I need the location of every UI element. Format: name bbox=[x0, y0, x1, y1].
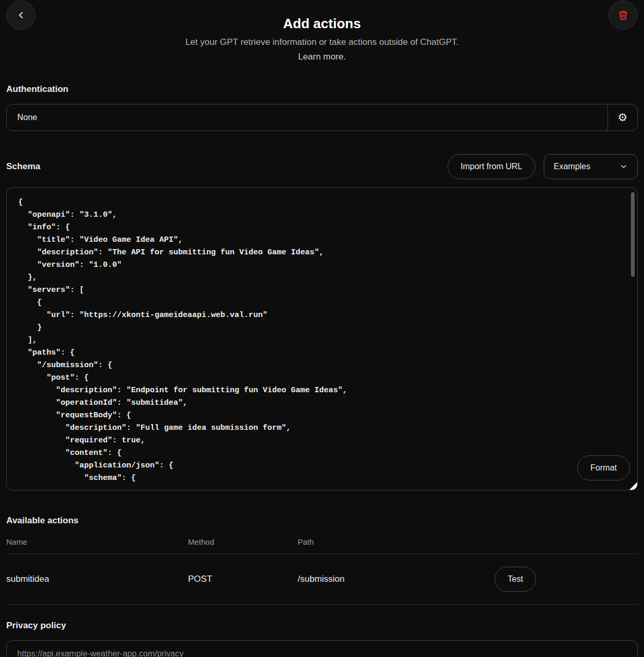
trash-icon bbox=[618, 10, 628, 20]
schema-toolbar: Schema Import from URL Examples bbox=[6, 154, 638, 179]
authentication-label: Authentication bbox=[6, 84, 638, 95]
authentication-section: Authentication None ⚙ bbox=[6, 84, 638, 131]
delete-action-button[interactable] bbox=[608, 1, 638, 30]
privacy-policy-label: Privacy policy bbox=[6, 620, 638, 631]
schema-code-input[interactable]: { "openapi": "3.1.0", "info": { "title":… bbox=[17, 195, 627, 483]
schema-label: Schema bbox=[6, 161, 40, 172]
examples-dropdown[interactable]: Examples bbox=[544, 154, 638, 179]
action-name: submitidea bbox=[6, 574, 188, 584]
examples-dropdown-label: Examples bbox=[554, 162, 590, 171]
schema-editor: { "openapi": "3.1.0", "info": { "title":… bbox=[6, 187, 638, 490]
chevron-left-icon bbox=[16, 10, 26, 20]
import-from-url-button[interactable]: Import from URL bbox=[448, 154, 535, 179]
learn-more-link[interactable]: Learn more. bbox=[298, 52, 346, 62]
schema-section: Schema Import from URL Examples { "opena… bbox=[6, 154, 638, 490]
add-actions-page: Add actions Let your GPT retrieve inform… bbox=[0, 0, 644, 657]
scrollbar-thumb[interactable] bbox=[631, 192, 635, 277]
privacy-policy-input[interactable] bbox=[6, 640, 638, 657]
format-button[interactable]: Format bbox=[577, 455, 630, 480]
available-actions-label: Available actions bbox=[6, 515, 638, 526]
gear-icon[interactable]: ⚙ bbox=[608, 104, 637, 131]
privacy-policy-section: Privacy policy bbox=[6, 620, 638, 657]
table-row: submitidea POST /submission Test bbox=[6, 554, 638, 605]
page-subtitle: Let your GPT retrieve information or tak… bbox=[6, 37, 638, 48]
header: Add actions Let your GPT retrieve inform… bbox=[6, 0, 638, 62]
resize-handle[interactable] bbox=[629, 482, 637, 490]
action-method: POST bbox=[188, 574, 298, 584]
column-header-name: Name bbox=[6, 537, 188, 546]
chevron-down-icon bbox=[619, 162, 628, 171]
column-header-path: Path bbox=[298, 537, 495, 546]
column-header-method: Method bbox=[188, 537, 298, 546]
back-button[interactable] bbox=[6, 1, 36, 30]
actions-table-header: Name Method Path bbox=[6, 537, 638, 554]
test-action-button[interactable]: Test bbox=[495, 567, 536, 592]
authentication-value[interactable]: None bbox=[7, 104, 607, 131]
available-actions-section: Available actions Name Method Path submi… bbox=[6, 515, 638, 605]
authentication-input-group: None ⚙ bbox=[6, 104, 638, 131]
action-path: /submission bbox=[298, 574, 495, 584]
page-title: Add actions bbox=[6, 16, 638, 32]
